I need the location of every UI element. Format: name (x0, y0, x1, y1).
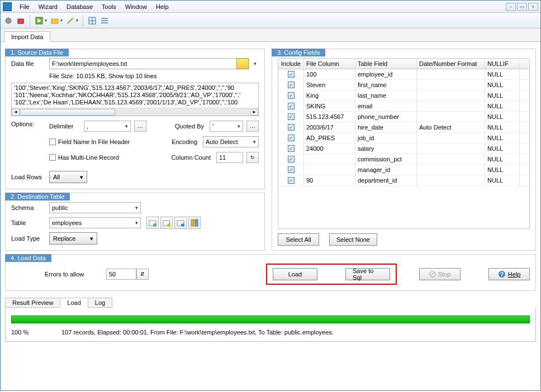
table-row[interactable]: ✓Stevenfirst_nameNULL (278, 80, 529, 90)
table-row[interactable]: ✓2003/6/17hire_dateAuto DetectNULL (278, 122, 529, 133)
include-checkbox[interactable]: ✓ (288, 124, 295, 131)
include-checkbox[interactable]: ✓ (288, 82, 295, 88)
delimiter-more-button[interactable]: … (134, 121, 146, 132)
menu-database[interactable]: Database (62, 2, 97, 11)
toolbar-run-dropdown[interactable]: ▾ (35, 16, 47, 25)
maximize-button[interactable]: ▭ (517, 3, 527, 11)
select-none-button[interactable]: Select None (329, 233, 377, 246)
tab-load[interactable]: Load (60, 298, 88, 308)
minimize-button[interactable]: – (506, 3, 516, 11)
scrollbar-left-icon[interactable]: ◄ (12, 109, 20, 116)
menu-tools[interactable]: Tools (97, 2, 121, 11)
toolbar-grid-icon[interactable] (88, 16, 97, 25)
load-button[interactable]: Load (273, 268, 317, 280)
col-filecolumn[interactable]: File Column (304, 59, 355, 69)
datafile-label: Data file (11, 60, 49, 67)
table-row[interactable]: ✓90department_idNULL (278, 175, 529, 186)
datafile-input[interactable]: F:\work\temp\employees.txt (49, 58, 237, 69)
tab-log[interactable]: Log (88, 298, 112, 308)
table-action-2-button[interactable] (160, 217, 173, 229)
quotedby-select[interactable]: '▾ (210, 121, 243, 132)
delimiter-label: Delimiter (49, 123, 80, 130)
scrollbar-right-icon[interactable]: ► (250, 109, 258, 116)
table-action-4-button[interactable] (188, 217, 201, 229)
table-row[interactable]: ✓Kinglast_nameNULL (278, 90, 529, 101)
cell-tablefield: manager_id (355, 165, 417, 175)
table-select[interactable]: employees▾ (49, 217, 141, 228)
menu-window[interactable]: Window (121, 2, 151, 11)
fieldname-in-header-checkbox[interactable]: Field Name In File Header (49, 138, 130, 145)
include-checkbox[interactable]: ✓ (288, 145, 295, 152)
include-checkbox[interactable]: ✓ (288, 135, 295, 141)
main-tabstrip: Import Data (1, 28, 540, 41)
include-checkbox[interactable]: ✓ (288, 92, 295, 99)
tab-import-data[interactable]: Import Data (4, 31, 50, 42)
panel-title-4: 4. Load Data (5, 254, 51, 262)
multiline-checkbox[interactable]: Has Multi-Line Record (49, 154, 119, 161)
include-checkbox[interactable]: ✓ (288, 166, 295, 173)
fields-grid: Include File Column Table Field Date/Num… (278, 58, 530, 229)
svg-point-17 (167, 223, 170, 227)
col-nullif[interactable]: NULLIF (485, 59, 520, 69)
preview-scrollbar[interactable]: ◄ ► (12, 108, 258, 116)
table-row[interactable]: ✓AD_PRESjob_idNULL (278, 133, 529, 144)
col-include[interactable]: Include (278, 59, 304, 69)
select-all-button[interactable]: Select All (278, 233, 319, 246)
table-row[interactable]: ✓24000salaryNULL (278, 144, 529, 154)
loadrows-select[interactable]: All▾ (49, 171, 87, 183)
scrollbar-thumb[interactable] (20, 109, 115, 116)
cell-filecolumn (304, 154, 355, 164)
table-row[interactable]: ✓SKINGemailNULL (278, 101, 529, 112)
loadtype-label: Load Type (11, 235, 49, 242)
columncount-detect-button[interactable]: ↻ (246, 152, 259, 163)
file-preview: '100','Steven','King','SKING','515.123.4… (11, 83, 259, 116)
close-button[interactable]: × (528, 3, 538, 11)
delimiter-select[interactable]: ,▾ (84, 121, 131, 132)
schema-select[interactable]: public▾ (49, 202, 141, 213)
encoding-select[interactable]: Auto Detect▾ (203, 136, 259, 147)
table-row[interactable]: ✓commission_pctNULL (278, 154, 529, 165)
menu-help[interactable]: Help (151, 2, 173, 11)
table-row[interactable]: ✓100employee_idNULL (278, 69, 529, 80)
toolbar-wand-dropdown[interactable]: ▾ (66, 16, 78, 25)
include-checkbox[interactable]: ✓ (288, 156, 295, 162)
columncount-input[interactable]: 11 (216, 152, 243, 163)
table-row[interactable]: ✓515.123.4567phone_numberNULL (278, 112, 529, 122)
cell-tablefield: commission_pct (355, 154, 417, 164)
errors-stepper[interactable]: ⇵ (136, 269, 149, 280)
table-row[interactable]: ✓manager_idNULL (278, 165, 529, 175)
cell-tablefield: email (355, 101, 417, 111)
menu-wizard[interactable]: Wizard (34, 2, 62, 11)
cell-filecolumn: Steven (304, 80, 355, 90)
toolbar-folder-dropdown[interactable]: ▾ (50, 16, 63, 25)
cell-datefmt (417, 133, 485, 143)
table-action-3-button[interactable] (174, 217, 187, 229)
cell-tablefield: hire_date (355, 122, 417, 132)
table-action-1-button[interactable]: + (146, 217, 159, 229)
menu-file[interactable]: File (15, 2, 34, 11)
cell-datefmt (417, 69, 485, 79)
toolbar-icon-1[interactable] (4, 16, 13, 25)
errors-to-allow-input[interactable]: 50 (106, 269, 136, 280)
svg-rect-12 (101, 22, 108, 23)
stop-button[interactable]: Stop (419, 268, 461, 280)
toolbar-icon-2[interactable] (16, 16, 25, 25)
svg-rect-21 (195, 219, 198, 226)
include-checkbox[interactable]: ✓ (288, 113, 295, 120)
save-to-sql-button[interactable]: Save to Sql (345, 268, 390, 280)
include-checkbox[interactable]: ✓ (288, 71, 295, 78)
loadtype-select[interactable]: Replace▾ (49, 232, 97, 245)
include-checkbox[interactable]: ✓ (288, 103, 295, 109)
cell-filecolumn: 90 (304, 175, 355, 185)
col-datefmt[interactable]: Date/Number Format (417, 59, 485, 69)
col-tablefield[interactable]: Table Field (355, 59, 417, 69)
help-button[interactable]: ? Help (488, 268, 530, 280)
browse-file-button[interactable] (236, 58, 249, 69)
cell-filecolumn (304, 165, 355, 175)
tab-result-preview[interactable]: Result Preview (5, 298, 60, 308)
include-checkbox[interactable]: ✓ (288, 177, 295, 184)
toolbar-list-icon[interactable] (100, 16, 109, 25)
quotedby-label: Quoted By (169, 123, 204, 130)
datafile-history-dropdown[interactable]: ▾ (251, 61, 259, 66)
quotedby-more-button[interactable]: … (246, 121, 259, 132)
